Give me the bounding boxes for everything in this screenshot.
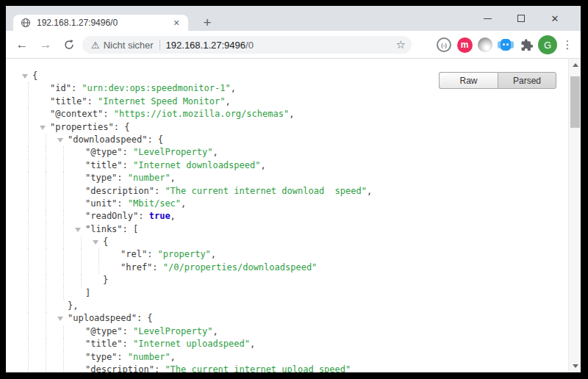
- maximize-button[interactable]: [504, 6, 538, 31]
- json-punctuation: :: [123, 339, 133, 349]
- raw-button[interactable]: Raw: [439, 72, 498, 89]
- minimize-button[interactable]: [470, 6, 504, 31]
- indent-guide: [28, 198, 29, 210]
- robot-headphones-extension-icon: [498, 38, 514, 51]
- indent-guide: [28, 210, 29, 223]
- indent-guide: [63, 159, 64, 172]
- indent-guide: [46, 274, 46, 286]
- browser-tab[interactable]: 192.168.1.27:9496/0 ×: [13, 15, 188, 31]
- extension-blue-button[interactable]: [495, 35, 516, 55]
- json-punctuation: :: [123, 160, 133, 170]
- new-tab-button[interactable]: +: [198, 14, 216, 32]
- json-line: "@context": "https://iot.mozilla.org/sch…: [6, 108, 568, 120]
- json-string: "Internet Speed Monitor": [98, 96, 225, 107]
- json-line: "type": "number",: [6, 172, 568, 184]
- vertical-scrollbar[interactable]: [568, 59, 581, 372]
- indent-guide: [46, 351, 46, 364]
- indent-guide: [28, 338, 29, 350]
- tab-strip: 192.168.1.27:9496/0 × + ✕: [6, 6, 581, 31]
- bookmark-star-icon[interactable]: ☆: [396, 38, 406, 51]
- collapse-triangle-icon[interactable]: [57, 138, 63, 142]
- json-key: "description": [85, 186, 154, 196]
- json-string: "Internet uploadspeed": [133, 339, 250, 349]
- parsed-button[interactable]: Parsed: [498, 72, 556, 89]
- puzzle-icon: [520, 38, 534, 52]
- indent-guide: [46, 198, 46, 210]
- extension-circle-button[interactable]: (-): [434, 35, 454, 55]
- scroll-down-arrow-icon[interactable]: [569, 360, 581, 372]
- json-punctuation: ,: [171, 352, 176, 362]
- extension-pink-button[interactable]: m: [454, 35, 475, 55]
- json-line: "readOnly": true,: [6, 210, 568, 223]
- indent-guide: [28, 287, 29, 300]
- json-string: "The current internet upload speed": [165, 364, 351, 372]
- indent-guide: [28, 95, 29, 108]
- json-line: }: [6, 274, 568, 286]
- extension-orb-button[interactable]: [475, 35, 495, 55]
- indent-guide: [81, 274, 82, 286]
- json-punctuation: ,: [212, 326, 218, 336]
- json-line: "rel": "property",: [6, 248, 568, 261]
- json-line: "description": "The current internet dow…: [6, 185, 568, 198]
- json-line: "href": "/0/properties/downloadspeed": [6, 261, 568, 274]
- scrollbar-thumb[interactable]: [570, 76, 580, 128]
- indent-guide: [46, 287, 46, 300]
- json-punctuation: },: [68, 300, 78, 311]
- browser-menu-icon[interactable]: ⋮: [559, 38, 576, 51]
- json-key: "@context": [50, 109, 103, 119]
- json-punctuation: :: [117, 198, 127, 209]
- json-key: "type": [85, 352, 117, 362]
- indent-guide: [46, 312, 46, 325]
- json-line: "properties": {: [6, 121, 568, 134]
- collapse-triangle-icon[interactable]: [22, 74, 28, 79]
- indent-guide: [28, 274, 29, 286]
- json-viewer-page: {"id": "urn:dev:ops:speedmonitor-1","tit…: [6, 59, 581, 372]
- json-line: ]: [6, 287, 568, 300]
- indent-guide: [63, 223, 64, 236]
- indent-guide: [46, 300, 46, 312]
- scroll-up-arrow-icon[interactable]: [569, 59, 581, 71]
- indent-guide: [63, 198, 64, 210]
- json-key: "properties": [50, 122, 114, 132]
- json-punctuation: : {: [147, 134, 163, 145]
- security-label[interactable]: Nicht sicher: [104, 40, 154, 51]
- json-punctuation: ,: [212, 147, 218, 157]
- collapse-triangle-icon[interactable]: [57, 317, 63, 321]
- tab-title: 192.168.1.27:9496/0: [37, 18, 171, 28]
- indent-guide: [63, 146, 64, 159]
- json-line: "title": "Internet downloadspeed",: [6, 159, 568, 172]
- json-key: "title": [85, 160, 123, 170]
- indent-guide: [63, 248, 64, 261]
- close-button[interactable]: ✕: [538, 6, 572, 31]
- extensions-menu-button[interactable]: [516, 35, 537, 55]
- indent-guide: [28, 236, 29, 248]
- json-punctuation: ,: [260, 160, 265, 170]
- tab-close-icon[interactable]: ×: [171, 17, 182, 29]
- json-punctuation: ,: [367, 186, 372, 196]
- json-string: "number": [128, 352, 171, 362]
- json-key: "description": [85, 364, 154, 372]
- collapse-triangle-icon[interactable]: [40, 126, 46, 130]
- indent-guide: [46, 364, 46, 372]
- collapse-triangle-icon[interactable]: [75, 228, 81, 232]
- json-punctuation: :: [154, 364, 165, 372]
- pink-m-extension-icon: m: [457, 37, 473, 53]
- json-punctuation: :: [147, 249, 157, 259]
- json-key: "href": [121, 262, 152, 272]
- address-bar[interactable]: ⚠ Nicht sicher 192.168.1.27:9496 /0 ☆: [82, 36, 412, 54]
- json-punctuation: {: [103, 237, 108, 247]
- close-icon: ✕: [551, 14, 559, 24]
- collapse-triangle-icon[interactable]: [93, 240, 98, 245]
- json-punctuation: : {: [114, 122, 130, 132]
- forward-button[interactable]: →: [35, 35, 56, 55]
- back-button[interactable]: ←: [12, 35, 32, 55]
- indent-guide: [63, 325, 64, 338]
- indent-guide: [63, 185, 64, 198]
- indent-guide: [63, 172, 64, 184]
- reload-button[interactable]: [59, 35, 79, 55]
- indent-guide: [98, 261, 99, 274]
- json-punctuation: ,: [250, 339, 255, 349]
- profile-avatar[interactable]: G: [538, 35, 557, 54]
- json-punctuation: :: [123, 326, 133, 336]
- json-punctuation: ,: [211, 249, 216, 259]
